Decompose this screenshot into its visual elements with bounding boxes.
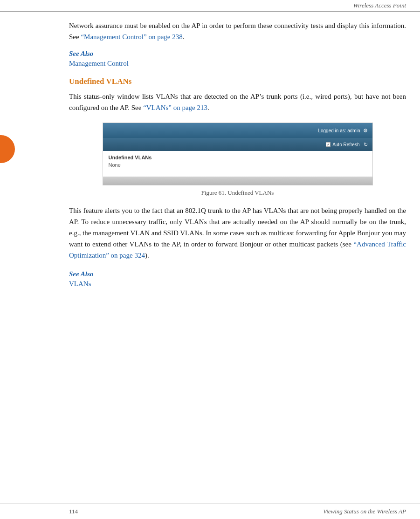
ap-top-bar: Logged in as: admin ⚙ [103,123,372,138]
ap-settings-icon: ⚙ [363,128,368,134]
footer-page-number: 114 [69,508,78,515]
vlans-link-1[interactable]: “VLANs” on page 213 [143,104,207,111]
page-footer: 114 Viewing Status on the Wireless AP [0,504,420,519]
ap-screenshot: Logged in as: admin ⚙ ✓ Auto Refresh ↻ U… [103,123,372,185]
ap-auto-refresh-label: Auto Refresh [332,142,359,147]
footer-chapter-title: Viewing Status on the Wireless AP [323,508,406,515]
management-control-see-also-link[interactable]: Management Control [69,60,406,68]
section1-paragraph: This status-only window lists VLANs that… [69,91,406,113]
management-control-link[interactable]: “Management Control” on page 238 [81,33,182,41]
page-container: Wireless Access Point Network assurance … [0,0,420,519]
section2-text-end: ). [145,252,149,259]
ap-section-value: None [109,162,367,168]
ap-auto-refresh-checkbox: ✓ [326,142,330,147]
intro-paragraph: Network assurance must be enabled on the… [69,20,406,42]
undefined-vlans-heading: Undefined VLANs [69,77,406,86]
section2-paragraph: This feature alerts you to the fact that… [69,205,406,261]
figure-container: Logged in as: admin ⚙ ✓ Auto Refresh ↻ U… [69,123,406,197]
ap-refresh-icon: ↻ [364,142,368,148]
figure-caption: Figure 61. Undefined VLANs [201,189,274,197]
ap-logged-in-text: Logged in as: admin [318,128,360,133]
header-title: Wireless Access Point [353,2,406,9]
section1-text-end: . [207,104,209,111]
main-content: Network assurance must be enabled on the… [0,12,420,288]
see-also-label-2: See Also [69,270,406,278]
vlans-see-also-link[interactable]: VLANs [69,280,406,288]
ap-content-area: Undefined VLANs None [103,151,372,177]
see-also-label-1: See Also [69,50,406,58]
ap-section-title: Undefined VLANs [109,155,367,160]
page-header: Wireless Access Point [0,0,420,12]
ap-bottom-bar [103,177,372,185]
ap-second-bar: ✓ Auto Refresh ↻ [103,138,372,151]
section1-text-start: This status-only window lists VLANs that… [69,93,406,111]
ap-auto-refresh-area: ✓ Auto Refresh ↻ [326,142,367,148]
figure-image: Logged in as: admin ⚙ ✓ Auto Refresh ↻ U… [103,123,373,185]
intro-end: . [183,33,185,41]
